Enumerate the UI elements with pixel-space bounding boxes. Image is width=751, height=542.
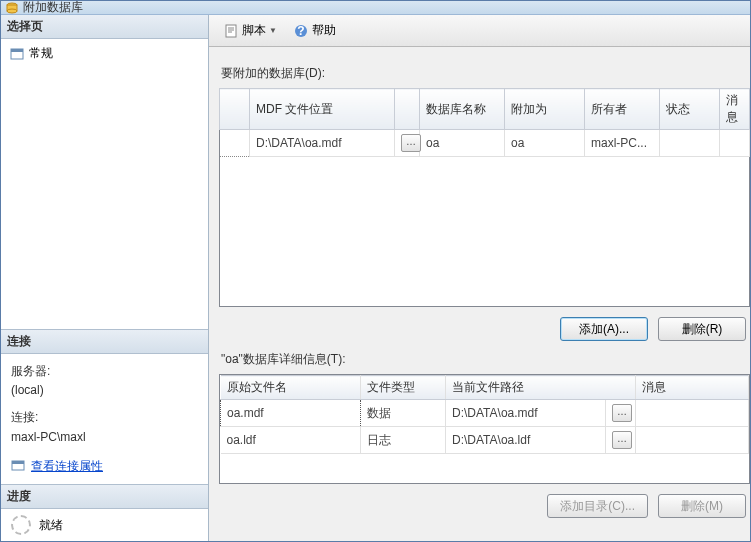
select-page-header: 选择页 <box>1 15 208 39</box>
grid-empty-area <box>220 157 750 307</box>
add-dir-button[interactable]: 添加目录(C)... <box>547 494 648 518</box>
col-mdf-location[interactable]: MDF 文件位置 <box>250 89 395 130</box>
left-pane: 选择页 常规 连接 服务器: (local) 连接: maxl-PC\maxl <box>1 15 209 541</box>
cell-filename[interactable]: oa.ldf <box>221 427 361 454</box>
col-owner[interactable]: 所有者 <box>585 89 660 130</box>
cell-location[interactable]: D:\DATA\oa.mdf <box>250 130 395 157</box>
attach-grid[interactable]: MDF 文件位置 数据库名称 附加为 所有者 状态 消息 D:\DATA\oa.… <box>219 88 750 307</box>
cell-owner[interactable]: maxl-PC... <box>585 130 660 157</box>
svg-text:?: ? <box>297 24 304 38</box>
help-icon: ? <box>293 23 309 39</box>
col-orig-filename[interactable]: 原始文件名 <box>221 376 361 400</box>
table-row[interactable]: oa.mdf 数据 D:\DATA\oa.mdf … <box>221 400 749 427</box>
page-general[interactable]: 常规 <box>5 43 204 64</box>
col-message[interactable]: 消息 <box>720 89 750 130</box>
cell-path[interactable]: D:\DATA\oa.mdf <box>446 400 606 427</box>
browse-path-button[interactable]: … <box>612 404 632 422</box>
progress-status: 就绪 <box>39 517 63 534</box>
server-label: 服务器: <box>11 362 198 381</box>
col-msg[interactable]: 消息 <box>636 376 749 400</box>
col-attach-as[interactable]: 附加为 <box>505 89 585 130</box>
page-general-label: 常规 <box>29 45 53 62</box>
svg-rect-4 <box>11 49 23 52</box>
connection-header: 连接 <box>1 330 208 354</box>
remove-button[interactable]: 删除(R) <box>658 317 746 341</box>
view-connection-props-link[interactable]: 查看连接属性 <box>11 457 198 476</box>
page-icon <box>9 46 25 62</box>
add-button[interactable]: 添加(A)... <box>560 317 648 341</box>
cell-filename[interactable]: oa.mdf <box>221 400 361 427</box>
progress-header: 进度 <box>1 485 208 509</box>
cell-filetype[interactable]: 日志 <box>361 427 446 454</box>
col-file-type[interactable]: 文件类型 <box>361 376 446 400</box>
chevron-down-icon: ▼ <box>269 26 277 35</box>
browse-button[interactable]: … <box>401 134 421 152</box>
cell-filetype[interactable]: 数据 <box>361 400 446 427</box>
database-icon <box>5 1 19 15</box>
details-grid[interactable]: 原始文件名 文件类型 当前文件路径 消息 oa.mdf 数据 D:\DATA\o… <box>220 375 749 454</box>
col-current-path[interactable]: 当前文件路径 <box>446 376 636 400</box>
titlebar: 附加数据库 <box>1 1 750 15</box>
script-button[interactable]: 脚本 ▼ <box>217 20 283 41</box>
attach-grid-header: MDF 文件位置 数据库名称 附加为 所有者 状态 消息 <box>220 89 750 130</box>
col-status[interactable]: 状态 <box>660 89 720 130</box>
help-button[interactable]: ? 帮助 <box>287 20 342 41</box>
progress-spinner-icon <box>11 515 31 535</box>
help-label: 帮助 <box>312 22 336 39</box>
svg-rect-7 <box>226 25 236 37</box>
delete-button[interactable]: 删除(M) <box>658 494 746 518</box>
details-label: "oa"数据库详细信息(T): <box>221 351 750 368</box>
details-grid-header: 原始文件名 文件类型 当前文件路径 消息 <box>221 376 749 400</box>
svg-point-2 <box>7 9 17 13</box>
window-title: 附加数据库 <box>23 0 83 16</box>
script-icon <box>223 23 239 39</box>
view-connection-props-label: 查看连接属性 <box>31 457 103 476</box>
server-value: (local) <box>11 381 198 400</box>
browse-path-button[interactable]: … <box>612 431 632 449</box>
props-icon <box>11 458 27 474</box>
cell-path[interactable]: D:\DATA\oa.ldf <box>446 427 606 454</box>
attach-label: 要附加的数据库(D): <box>221 65 750 82</box>
toolbar: 脚本 ▼ ? 帮助 <box>209 15 750 47</box>
svg-rect-6 <box>12 461 24 464</box>
right-pane: 脚本 ▼ ? 帮助 要附加的数据库(D): MDF 文件位置 <box>209 15 750 541</box>
conn-value: maxl-PC\maxl <box>11 428 198 447</box>
table-row[interactable]: D:\DATA\oa.mdf … oa oa maxl-PC... <box>220 130 750 157</box>
dialog-window: 附加数据库 选择页 常规 连接 服务器: (local) 连接: <box>0 0 751 542</box>
cell-attachas[interactable]: oa <box>505 130 585 157</box>
cell-dbname[interactable]: oa <box>420 130 505 157</box>
conn-label: 连接: <box>11 408 198 427</box>
col-db-name[interactable]: 数据库名称 <box>420 89 505 130</box>
table-row[interactable]: oa.ldf 日志 D:\DATA\oa.ldf … <box>221 427 749 454</box>
script-label: 脚本 <box>242 22 266 39</box>
